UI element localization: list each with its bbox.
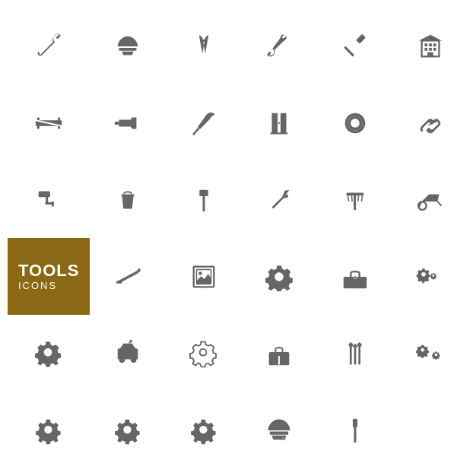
bolt-icon xyxy=(317,84,393,161)
svg-line-36 xyxy=(361,195,362,202)
wrench-icon xyxy=(8,8,90,84)
svg-rect-55 xyxy=(129,350,138,356)
saw-icon xyxy=(90,238,166,315)
svg-rect-40 xyxy=(116,281,122,283)
adjustable-wrench-icon xyxy=(241,8,317,84)
chain-icon xyxy=(392,84,468,161)
svg-rect-13 xyxy=(58,117,60,129)
svg-line-48 xyxy=(346,281,347,285)
svg-rect-9 xyxy=(433,47,436,50)
gear4-icon xyxy=(8,392,90,468)
gears2-icon xyxy=(392,315,468,392)
svg-rect-15 xyxy=(115,122,119,125)
svg-rect-26 xyxy=(52,201,54,206)
pickaxe-icon xyxy=(166,84,242,161)
svg-rect-17 xyxy=(135,124,136,126)
sledgehammer-icon xyxy=(166,161,242,238)
svg-point-43 xyxy=(198,271,202,275)
svg-rect-23 xyxy=(39,191,50,197)
svg-rect-6 xyxy=(433,43,436,46)
svg-rect-29 xyxy=(202,195,205,211)
bucket-icon xyxy=(90,161,166,238)
svg-rect-19 xyxy=(272,113,278,133)
svg-rect-24 xyxy=(46,193,48,203)
gear-icon xyxy=(241,238,317,315)
label-subtitle: ICONS xyxy=(18,280,57,291)
svg-rect-1 xyxy=(356,33,366,43)
toolbox-icon xyxy=(317,238,393,315)
svg-line-50 xyxy=(352,281,353,285)
svg-rect-21 xyxy=(271,132,288,134)
svg-rect-27 xyxy=(122,194,135,196)
svg-line-33 xyxy=(351,195,352,202)
pliers-icon xyxy=(166,8,242,84)
svg-rect-54 xyxy=(119,350,127,356)
svg-line-35 xyxy=(358,195,359,202)
tools-label: TOOLS ICONS xyxy=(8,238,90,315)
icon-grid: TOOLS ICONS xyxy=(0,0,476,476)
gear5-icon xyxy=(90,392,166,468)
svg-rect-20 xyxy=(281,113,287,133)
svg-line-52 xyxy=(360,281,361,285)
svg-rect-4 xyxy=(425,43,428,46)
svg-line-18 xyxy=(193,127,199,134)
hammer-icon xyxy=(317,8,393,84)
svg-rect-12 xyxy=(37,117,40,129)
svg-rect-70 xyxy=(354,427,356,443)
svg-rect-31 xyxy=(346,192,363,195)
paint-roller-icon xyxy=(8,161,90,238)
svg-point-56 xyxy=(119,357,125,363)
barrier-icon xyxy=(8,84,90,161)
wheelbarrow-icon xyxy=(392,161,468,238)
claw-hammer-icon xyxy=(241,161,317,238)
building-icon xyxy=(392,8,468,84)
svg-rect-7 xyxy=(425,47,428,50)
svg-line-51 xyxy=(357,281,358,285)
car-service-icon xyxy=(90,315,166,392)
hard-hat-icon xyxy=(90,8,166,84)
svg-rect-5 xyxy=(429,43,432,46)
svg-rect-10 xyxy=(427,52,433,56)
hammer4-icon xyxy=(317,392,393,468)
rake-icon xyxy=(317,161,393,238)
label-title: TOOLS xyxy=(18,262,79,280)
svg-point-0 xyxy=(202,39,205,42)
svg-line-49 xyxy=(349,281,350,285)
svg-rect-2 xyxy=(344,46,354,56)
svg-rect-28 xyxy=(199,189,208,195)
gear-outline-icon xyxy=(166,315,242,392)
svg-rect-16 xyxy=(135,119,136,122)
svg-rect-8 xyxy=(429,47,432,50)
svg-line-62 xyxy=(275,357,276,362)
gear-medium-icon xyxy=(8,315,90,392)
svg-line-53 xyxy=(363,281,363,285)
gears-small-icon xyxy=(392,238,468,315)
door-icon xyxy=(241,84,317,161)
gear6-icon xyxy=(166,392,242,468)
svg-line-32 xyxy=(347,195,348,202)
svg-rect-69 xyxy=(353,418,357,427)
svg-point-57 xyxy=(131,357,137,363)
svg-line-39 xyxy=(438,201,442,205)
helmet2-icon xyxy=(241,392,317,468)
svg-point-22 xyxy=(278,122,280,123)
tools-handles-icon xyxy=(317,315,393,392)
toolbox2-icon xyxy=(241,315,317,392)
picture-frame-icon xyxy=(166,238,242,315)
svg-line-58 xyxy=(129,340,131,343)
drill-icon xyxy=(90,84,166,161)
